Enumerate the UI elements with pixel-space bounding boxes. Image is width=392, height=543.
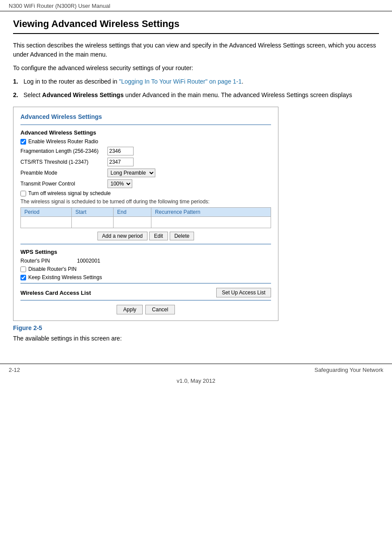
keep-wireless-label: Keep Existing Wireless Settings: [28, 274, 102, 280]
col-end: End: [114, 208, 151, 217]
router-pin-row: Router's PIN 10002001: [20, 258, 271, 264]
enable-wireless-checkbox[interactable]: [20, 139, 26, 145]
turn-off-row: Turn off wireless signal by schedule: [20, 190, 271, 196]
footer-center: v1.0, May 2012: [0, 378, 392, 384]
step-1-content: Log in to the router as described in "Lo…: [23, 77, 379, 86]
add-period-button[interactable]: Add a new period: [97, 232, 147, 240]
tx-power-row: Transmit Power Control 100% 75% 50% 25%: [20, 179, 271, 188]
enable-wireless-row: Enable Wireless Router Radio: [20, 138, 271, 145]
disable-pin-label: Disable Router's PIN: [28, 266, 77, 272]
frag-length-label: Fragmentation Length (256-2346): [20, 148, 107, 154]
section1-label: Advanced Wireless Settings: [20, 129, 271, 136]
setup-access-list-button[interactable]: Set Up Access List: [216, 288, 271, 297]
col-period: Period: [21, 208, 72, 217]
page-footer: 2-12 Safeguarding Your Network: [0, 364, 392, 376]
cts-rts-row: CTS/RTS Threshold (1-2347): [20, 158, 271, 166]
table-empty-row: [21, 217, 271, 228]
page-title: Viewing Advanced Wireless Settings: [13, 18, 379, 34]
step-1-num: 1.: [13, 77, 23, 86]
table-buttons: Add a new period Edit Delete: [20, 232, 271, 240]
col-start: Start: [72, 208, 114, 217]
apply-buttons: Apply Cancel: [20, 305, 271, 314]
edit-button[interactable]: Edit: [149, 232, 168, 240]
keep-wireless-checkbox[interactable]: [20, 275, 26, 280]
apply-button[interactable]: Apply: [117, 305, 143, 314]
screenshot-box: Advanced Wireless Settings Advanced Wire…: [13, 107, 278, 321]
frag-length-input[interactable]: [107, 147, 134, 155]
col-recurrence: Recurrence Pattern: [151, 208, 271, 217]
wps-divider: [20, 244, 271, 244]
wireless-card-row: Wireless Card Access List Set Up Access …: [20, 288, 271, 297]
figure-label: Figure 2-5: [13, 324, 379, 331]
keep-wireless-row: Keep Existing Wireless Settings: [20, 274, 271, 280]
tx-power-select[interactable]: 100% 75% 50% 25%: [107, 179, 132, 188]
period-table: Period Start End Recurrence Pattern: [20, 207, 271, 228]
step-2-content: Select Advanced Wireless Settings under …: [23, 91, 379, 100]
intro-para2: To configure the advanced wireless secur…: [13, 64, 379, 73]
wireless-card-divider: [20, 283, 271, 283]
footer-left: 2-12: [9, 367, 20, 373]
preamble-select[interactable]: Long Preamble Short Preamble: [107, 169, 155, 177]
wps-section-label: WPS Settings: [20, 249, 271, 255]
schedule-text: The wireless signal is scheduled to be t…: [20, 199, 271, 205]
router-pin-label: Router's PIN: [20, 258, 77, 264]
cancel-button[interactable]: Cancel: [145, 305, 174, 314]
footer-right: Safeguarding Your Network: [315, 367, 383, 373]
step-1-text-before: Log in to the router as described in: [23, 78, 119, 85]
turn-off-checkbox[interactable]: [20, 191, 26, 196]
frag-length-row: Fragmentation Length (256-2346): [20, 147, 271, 155]
footer-version: v1.0, May 2012: [177, 378, 215, 384]
step-2-bold: Advanced Wireless Settings: [42, 91, 124, 98]
apply-divider: [20, 300, 271, 300]
step-1-text-after: .: [242, 78, 244, 85]
cts-rts-input[interactable]: [107, 158, 134, 166]
disable-pin-checkbox[interactable]: [20, 266, 26, 272]
main-content: Viewing Advanced Wireless Settings This …: [0, 11, 392, 351]
preamble-label: Preamble Mode: [20, 170, 107, 176]
cts-rts-label: CTS/RTS Threshold (1-2347): [20, 159, 107, 165]
step-1: 1. Log in to the router as described in …: [13, 77, 379, 86]
delete-button[interactable]: Delete: [170, 232, 194, 240]
available-text: The available settings in this screen ar…: [13, 335, 379, 342]
step-2-text-before: Select: [23, 91, 42, 98]
manual-title: N300 WiFi Router (N300R) User Manual: [9, 3, 110, 9]
step-1-link[interactable]: "Logging In To Your WiFi Router" on page…: [119, 78, 241, 85]
screen-divider: [20, 125, 271, 125]
wireless-card-label: Wireless Card Access List: [20, 290, 91, 296]
step-2-num: 2.: [13, 91, 23, 100]
step-2-text-after: under Advanced in the main menu. The adv…: [124, 91, 352, 98]
steps-list: 1. Log in to the router as described in …: [13, 77, 379, 100]
enable-wireless-label: Enable Wireless Router Radio: [28, 138, 98, 145]
screen-title: Advanced Wireless Settings: [20, 113, 271, 120]
page-header: N300 WiFi Router (N300R) User Manual: [0, 0, 392, 11]
step-2: 2. Select Advanced Wireless Settings und…: [13, 91, 379, 100]
intro-para1: This section describes the wireless sett…: [13, 41, 379, 59]
disable-pin-row: Disable Router's PIN: [20, 266, 271, 272]
turn-off-label: Turn off wireless signal by schedule: [28, 190, 111, 196]
preamble-row: Preamble Mode Long Preamble Short Preamb…: [20, 169, 271, 177]
tx-power-label: Transmit Power Control: [20, 181, 107, 187]
router-pin-value: 10002001: [77, 258, 100, 264]
